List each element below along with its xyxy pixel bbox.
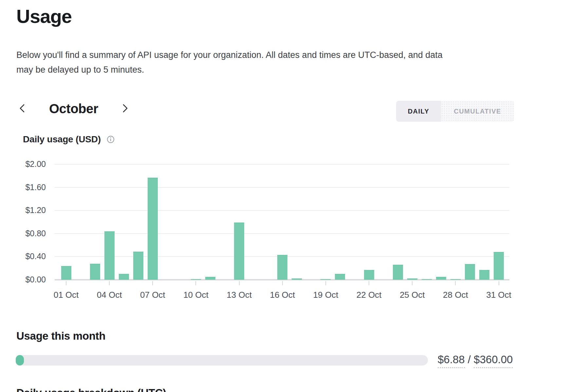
x-axis-label: 10 Oct (176, 290, 215, 300)
x-axis-tick (325, 281, 326, 285)
bar-31-Oct[interactable] (494, 252, 504, 280)
y-axis-label: $1.60 (10, 183, 46, 192)
view-mode-toggle: DAILY CUMULATIVE (396, 101, 514, 122)
y-axis-label: $0.80 (10, 229, 46, 238)
usage-used-value[interactable]: $6.88 (438, 353, 465, 368)
bar-04-Oct[interactable] (104, 231, 115, 280)
x-axis-tick (195, 281, 196, 285)
usage-amounts: $6.88 / $360.00 (438, 353, 513, 366)
gridline-$0.80 (55, 233, 509, 234)
bar-29-Oct[interactable] (465, 264, 475, 280)
bar-11-Oct[interactable] (205, 277, 215, 280)
bar-05-Oct[interactable] (119, 274, 129, 280)
x-axis-label: 25 Oct (393, 290, 432, 300)
chart-title-row: Daily usage (USD) (23, 134, 115, 145)
bar-10-Oct[interactable] (191, 279, 201, 280)
y-axis-label: $0.00 (10, 275, 46, 284)
usage-page: Usage Below you'll find a summary of API… (0, 0, 586, 392)
x-axis-tick (412, 281, 412, 285)
gridline-$2.00 (55, 164, 509, 165)
x-axis-tick (455, 281, 456, 285)
x-axis-tick (369, 281, 369, 285)
bar-06-Oct[interactable] (133, 252, 143, 280)
x-axis-label: 28 Oct (436, 290, 475, 300)
chevron-right-icon (121, 103, 129, 115)
tab-daily[interactable]: DAILY (396, 101, 441, 122)
x-axis-label: 04 Oct (90, 290, 129, 300)
page-description: Below you'll find a summary of API usage… (16, 48, 452, 77)
usage-this-month-heading: Usage this month (16, 330, 105, 342)
bar-17-Oct[interactable] (292, 278, 302, 280)
x-axis-tick (499, 281, 499, 285)
info-icon[interactable] (107, 135, 115, 143)
x-axis-label: 31 Oct (479, 290, 519, 300)
bar-20-Oct[interactable] (335, 274, 345, 280)
usage-progress-fill (16, 355, 24, 365)
daily-breakdown-heading: Daily usage breakdown (UTC) (16, 387, 166, 392)
bar-03-Oct[interactable] (90, 264, 100, 280)
bar-07-Oct[interactable] (148, 178, 158, 280)
bar-28-Oct[interactable] (450, 279, 461, 280)
bar-25-Oct[interactable] (407, 278, 417, 280)
bar-30-Oct[interactable] (479, 270, 489, 280)
usage-separator: / (465, 353, 474, 365)
x-axis-tick (109, 281, 110, 285)
bar-26-Oct[interactable] (422, 279, 432, 280)
bar-24-Oct[interactable] (393, 265, 403, 280)
x-axis-label: 01 Oct (46, 290, 86, 300)
x-axis-label: 07 Oct (133, 290, 172, 300)
usage-progress-track (16, 355, 428, 365)
x-axis-label: 16 Oct (263, 290, 302, 300)
next-month-button[interactable] (119, 101, 131, 116)
bar-22-Oct[interactable] (364, 270, 374, 280)
y-axis-label: $1.20 (10, 205, 46, 215)
x-axis-label: 19 Oct (306, 290, 345, 300)
x-axis-tick (282, 281, 283, 285)
chart-plot-area (55, 164, 509, 280)
usage-limit-value[interactable]: $360.00 (474, 353, 513, 368)
chevron-left-icon (18, 103, 27, 115)
chart-title: Daily usage (USD) (23, 134, 101, 145)
x-axis-tick (66, 281, 66, 285)
x-axis-tick (239, 281, 240, 285)
page-title: Usage (16, 5, 72, 27)
gridline-$1.20 (55, 210, 509, 211)
bar-01-Oct[interactable] (61, 266, 71, 280)
bar-16-Oct[interactable] (277, 255, 287, 280)
y-axis-label: $0.40 (10, 252, 46, 261)
previous-month-button[interactable] (16, 101, 28, 116)
bar-13-Oct[interactable] (234, 223, 244, 280)
bar-19-Oct[interactable] (320, 279, 331, 280)
bar-27-Oct[interactable] (436, 277, 446, 280)
current-month-label: October (49, 101, 98, 116)
x-axis-label: 13 Oct (220, 290, 259, 300)
x-axis-tick (152, 281, 153, 285)
tab-cumulative[interactable]: CUMULATIVE (441, 101, 514, 122)
gridline-$1.60 (55, 187, 509, 188)
month-navigation: October (16, 99, 131, 118)
y-axis-label: $2.00 (10, 159, 46, 169)
x-axis-label: 22 Oct (349, 290, 389, 300)
